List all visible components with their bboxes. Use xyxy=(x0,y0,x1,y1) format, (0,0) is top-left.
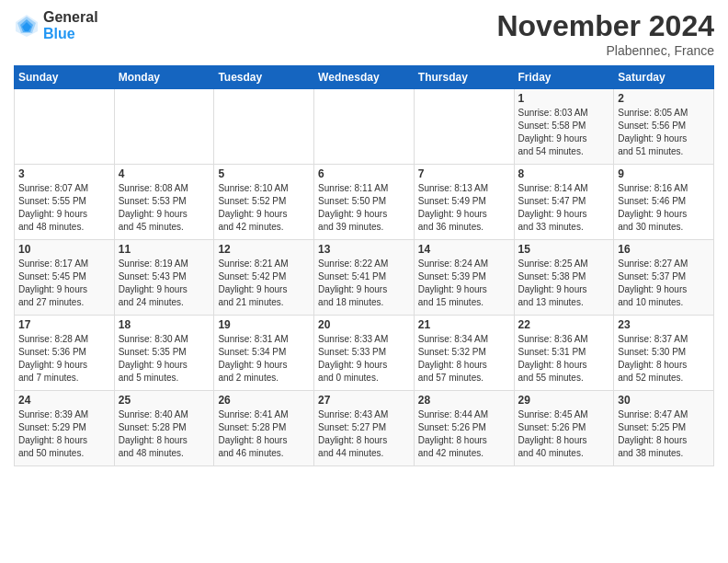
cell-daylight-info: Sunrise: 8:36 AM Sunset: 5:31 PM Dayligh… xyxy=(518,333,610,385)
cell-daylight-info: Sunrise: 8:24 AM Sunset: 5:39 PM Dayligh… xyxy=(418,258,510,309)
cell-daylight-info: Sunrise: 8:30 AM Sunset: 5:35 PM Dayligh… xyxy=(119,333,210,385)
header-wednesday: Wednesday xyxy=(314,66,415,89)
header-row: General Blue November 2024 Plabennec, Fr… xyxy=(14,9,714,58)
calendar-cell: 1Sunrise: 8:03 AM Sunset: 5:58 PM Daylig… xyxy=(514,89,614,165)
calendar-cell: 26Sunrise: 8:41 AM Sunset: 5:28 PM Dayli… xyxy=(214,391,314,466)
calendar-cell: 23Sunrise: 8:37 AM Sunset: 5:30 PM Dayli… xyxy=(614,316,714,391)
calendar-week-5: 24Sunrise: 8:39 AM Sunset: 5:29 PM Dayli… xyxy=(15,391,714,466)
cell-daylight-info: Sunrise: 8:19 AM Sunset: 5:43 PM Dayligh… xyxy=(119,258,210,309)
cell-daylight-info: Sunrise: 8:28 AM Sunset: 5:36 PM Dayligh… xyxy=(18,333,110,385)
calendar-cell: 3Sunrise: 8:07 AM Sunset: 5:55 PM Daylig… xyxy=(15,165,115,240)
cell-daylight-info: Sunrise: 8:47 AM Sunset: 5:25 PM Dayligh… xyxy=(618,408,710,460)
cell-daylight-info: Sunrise: 8:14 AM Sunset: 5:47 PM Dayligh… xyxy=(518,182,610,234)
calendar-cell xyxy=(214,89,314,165)
cell-daylight-info: Sunrise: 8:33 AM Sunset: 5:33 PM Dayligh… xyxy=(318,333,410,385)
day-number: 8 xyxy=(518,167,610,180)
cell-daylight-info: Sunrise: 8:03 AM Sunset: 5:58 PM Dayligh… xyxy=(518,107,610,158)
main-container: General Blue November 2024 Plabennec, Fr… xyxy=(0,0,728,471)
calendar-cell: 13Sunrise: 8:22 AM Sunset: 5:41 PM Dayli… xyxy=(314,240,415,316)
cell-daylight-info: Sunrise: 8:08 AM Sunset: 5:53 PM Dayligh… xyxy=(119,182,210,234)
cell-daylight-info: Sunrise: 8:34 AM Sunset: 5:32 PM Dayligh… xyxy=(418,333,510,385)
day-number: 21 xyxy=(418,318,510,331)
cell-daylight-info: Sunrise: 8:37 AM Sunset: 5:30 PM Dayligh… xyxy=(618,333,710,385)
calendar-cell: 12Sunrise: 8:21 AM Sunset: 5:42 PM Dayli… xyxy=(214,240,314,316)
calendar-cell xyxy=(114,89,214,165)
logo-blue-text: Blue xyxy=(43,26,98,42)
calendar-body: 1Sunrise: 8:03 AM Sunset: 5:58 PM Daylig… xyxy=(15,89,714,466)
day-number: 22 xyxy=(518,318,610,331)
calendar-cell: 15Sunrise: 8:25 AM Sunset: 5:38 PM Dayli… xyxy=(514,240,614,316)
cell-daylight-info: Sunrise: 8:07 AM Sunset: 5:55 PM Dayligh… xyxy=(18,182,110,234)
calendar-cell xyxy=(15,89,115,165)
header-friday: Friday xyxy=(514,66,614,89)
cell-daylight-info: Sunrise: 8:11 AM Sunset: 5:50 PM Dayligh… xyxy=(318,182,410,234)
cell-daylight-info: Sunrise: 8:13 AM Sunset: 5:49 PM Dayligh… xyxy=(418,182,510,234)
calendar-cell: 25Sunrise: 8:40 AM Sunset: 5:28 PM Dayli… xyxy=(114,391,214,466)
calendar-table: Sunday Monday Tuesday Wednesday Thursday… xyxy=(14,65,714,466)
day-number: 9 xyxy=(618,167,710,180)
day-number: 6 xyxy=(318,167,410,180)
cell-daylight-info: Sunrise: 8:44 AM Sunset: 5:26 PM Dayligh… xyxy=(418,408,510,460)
day-number: 3 xyxy=(18,167,110,180)
calendar-cell: 24Sunrise: 8:39 AM Sunset: 5:29 PM Dayli… xyxy=(15,391,115,466)
day-number: 10 xyxy=(18,243,110,256)
day-number: 2 xyxy=(618,92,710,105)
header-saturday: Saturday xyxy=(614,66,714,89)
cell-daylight-info: Sunrise: 8:40 AM Sunset: 5:28 PM Dayligh… xyxy=(119,408,210,460)
calendar-header: Sunday Monday Tuesday Wednesday Thursday… xyxy=(15,66,714,89)
cell-daylight-info: Sunrise: 8:39 AM Sunset: 5:29 PM Dayligh… xyxy=(18,408,110,460)
day-number: 30 xyxy=(618,394,710,407)
calendar-cell: 30Sunrise: 8:47 AM Sunset: 5:25 PM Dayli… xyxy=(614,391,714,466)
day-number: 20 xyxy=(318,318,410,331)
calendar-cell: 22Sunrise: 8:36 AM Sunset: 5:31 PM Dayli… xyxy=(514,316,614,391)
calendar-week-3: 10Sunrise: 8:17 AM Sunset: 5:45 PM Dayli… xyxy=(15,240,714,316)
day-number: 24 xyxy=(18,394,110,407)
logo-text: General Blue xyxy=(43,9,98,41)
day-number: 5 xyxy=(218,167,310,180)
calendar-cell: 19Sunrise: 8:31 AM Sunset: 5:34 PM Dayli… xyxy=(214,316,314,391)
calendar-cell xyxy=(314,89,415,165)
logo: General Blue xyxy=(14,9,98,41)
cell-daylight-info: Sunrise: 8:22 AM Sunset: 5:41 PM Dayligh… xyxy=(318,258,410,309)
cell-daylight-info: Sunrise: 8:41 AM Sunset: 5:28 PM Dayligh… xyxy=(218,408,310,460)
month-title: November 2024 xyxy=(496,9,714,43)
calendar-cell: 21Sunrise: 8:34 AM Sunset: 5:32 PM Dayli… xyxy=(414,316,514,391)
day-number: 14 xyxy=(418,243,510,256)
day-number: 28 xyxy=(418,394,510,407)
cell-daylight-info: Sunrise: 8:45 AM Sunset: 5:26 PM Dayligh… xyxy=(518,408,610,460)
header-sunday: Sunday xyxy=(15,66,115,89)
day-number: 29 xyxy=(518,394,610,407)
calendar-cell: 7Sunrise: 8:13 AM Sunset: 5:49 PM Daylig… xyxy=(414,165,514,240)
calendar-cell: 2Sunrise: 8:05 AM Sunset: 5:56 PM Daylig… xyxy=(614,89,714,165)
day-number: 13 xyxy=(318,243,410,256)
day-number: 23 xyxy=(618,318,710,331)
calendar-week-2: 3Sunrise: 8:07 AM Sunset: 5:55 PM Daylig… xyxy=(15,165,714,240)
day-number: 16 xyxy=(618,243,710,256)
day-number: 18 xyxy=(119,318,210,331)
day-number: 4 xyxy=(119,167,210,180)
calendar-cell: 16Sunrise: 8:27 AM Sunset: 5:37 PM Dayli… xyxy=(614,240,714,316)
header-tuesday: Tuesday xyxy=(214,66,314,89)
calendar-cell xyxy=(414,89,514,165)
header-thursday: Thursday xyxy=(414,66,514,89)
cell-daylight-info: Sunrise: 8:25 AM Sunset: 5:38 PM Dayligh… xyxy=(518,258,610,309)
logo-icon xyxy=(14,13,40,39)
calendar-cell: 5Sunrise: 8:10 AM Sunset: 5:52 PM Daylig… xyxy=(214,165,314,240)
calendar-week-1: 1Sunrise: 8:03 AM Sunset: 5:58 PM Daylig… xyxy=(15,89,714,165)
cell-daylight-info: Sunrise: 8:31 AM Sunset: 5:34 PM Dayligh… xyxy=(218,333,310,385)
calendar-week-4: 17Sunrise: 8:28 AM Sunset: 5:36 PM Dayli… xyxy=(15,316,714,391)
cell-daylight-info: Sunrise: 8:16 AM Sunset: 5:46 PM Dayligh… xyxy=(618,182,710,234)
calendar-cell: 4Sunrise: 8:08 AM Sunset: 5:53 PM Daylig… xyxy=(114,165,214,240)
day-number: 11 xyxy=(119,243,210,256)
day-number: 12 xyxy=(218,243,310,256)
calendar-cell: 6Sunrise: 8:11 AM Sunset: 5:50 PM Daylig… xyxy=(314,165,415,240)
day-number: 1 xyxy=(518,92,610,105)
calendar-cell: 11Sunrise: 8:19 AM Sunset: 5:43 PM Dayli… xyxy=(114,240,214,316)
day-number: 15 xyxy=(518,243,610,256)
header-monday: Monday xyxy=(114,66,214,89)
cell-daylight-info: Sunrise: 8:05 AM Sunset: 5:56 PM Dayligh… xyxy=(618,107,710,158)
cell-daylight-info: Sunrise: 8:27 AM Sunset: 5:37 PM Dayligh… xyxy=(618,258,710,309)
cell-daylight-info: Sunrise: 8:43 AM Sunset: 5:27 PM Dayligh… xyxy=(318,408,410,460)
calendar-cell: 18Sunrise: 8:30 AM Sunset: 5:35 PM Dayli… xyxy=(114,316,214,391)
calendar-cell: 28Sunrise: 8:44 AM Sunset: 5:26 PM Dayli… xyxy=(414,391,514,466)
